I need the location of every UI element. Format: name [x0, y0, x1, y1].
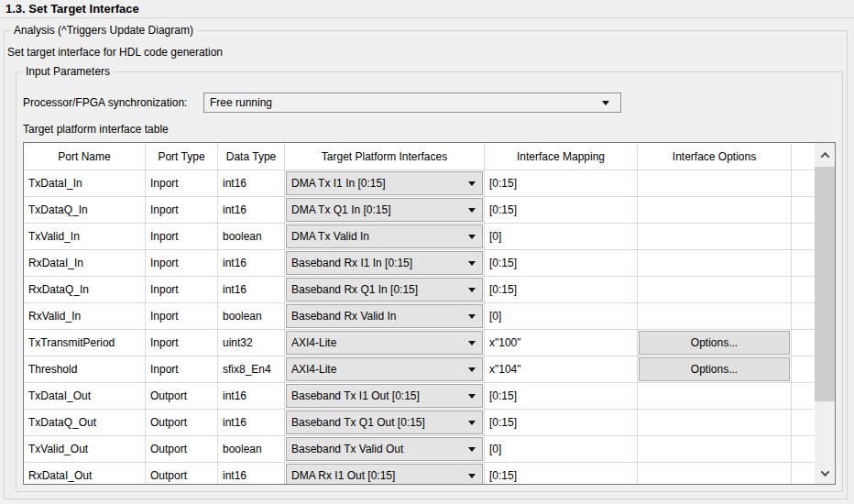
col-header-port-name: Port Name	[24, 143, 146, 170]
data-type-cell: int16	[218, 170, 285, 197]
target-interface-cell: Baseband Tx Valid Out	[285, 436, 485, 463]
task-description: Set target interface for HDL code genera…	[7, 46, 223, 59]
analysis-groupbox: Analysis (^Triggers Update Diagram) Set …	[4, 30, 848, 499]
port-type-cell: Inport	[146, 277, 218, 303]
target-interface-dropdown[interactable]: Baseband Rx Q1 In [0:15]	[286, 278, 483, 301]
header-filler	[792, 143, 815, 170]
dropdown-selected-value: DMA Tx Valid In	[291, 230, 468, 243]
target-interface-dropdown[interactable]: Baseband Rx Valid In	[286, 304, 483, 328]
data-type-cell: uint32	[218, 330, 285, 356]
target-interface-cell: AXI4-Lite	[285, 356, 485, 383]
data-type-cell: boolean	[218, 224, 285, 250]
row-filler	[792, 356, 815, 383]
interface-options-cell	[638, 463, 792, 484]
target-interface-dropdown[interactable]: AXI4-Lite	[286, 357, 483, 381]
target-interface-dropdown[interactable]: Baseband Tx Valid Out	[286, 437, 483, 461]
interface-mapping-cell: [0]	[485, 303, 638, 330]
port-type-cell: Inport	[146, 170, 218, 197]
table-row: RxDataQ_In Inport int16 Baseband Rx Q1 I…	[24, 277, 815, 303]
port-name-cell: TxDataI_In	[24, 170, 146, 197]
interface-options-cell	[638, 410, 792, 436]
dropdown-selected-value: Baseband Tx I1 Out [0:15]	[291, 389, 468, 402]
interface-mapping-cell: [0:15]	[485, 463, 638, 484]
options-button[interactable]: Options...	[639, 331, 790, 355]
row-filler	[792, 277, 815, 303]
port-name-cell: TxDataQ_Out	[24, 410, 146, 436]
row-filler	[792, 303, 815, 330]
options-button[interactable]: Options...	[639, 357, 790, 381]
data-type-cell: int16	[218, 463, 285, 484]
dropdown-selected-value: Baseband Rx Valid In	[291, 310, 468, 323]
target-interface-dropdown[interactable]: AXI4-Lite	[286, 331, 483, 355]
processor-fpga-sync-dropdown[interactable]: Free running	[203, 93, 621, 113]
interface-options-cell	[638, 277, 792, 303]
dropdown-selected-value: Baseband Rx Q1 In [0:15]	[291, 283, 468, 296]
scroll-down-icon	[820, 467, 829, 477]
row-filler	[792, 170, 815, 197]
target-interface-dropdown[interactable]: DMA Tx I1 In [0:15]	[286, 171, 483, 195]
dropdown-selected-value: DMA Tx Q1 In [0:15]	[291, 203, 468, 216]
interface-options-cell: Options...	[638, 356, 792, 383]
chevron-down-icon	[468, 367, 476, 372]
analysis-groupbox-legend: Analysis (^Triggers Update Diagram)	[10, 24, 197, 37]
dropdown-selected-value: Baseband Tx Valid Out	[291, 443, 468, 455]
col-header-data-type: Data Type	[218, 143, 285, 170]
target-interface-dropdown[interactable]: DMA Rx I1 Out [0:15]	[286, 464, 483, 484]
target-interface-cell: Baseband Rx I1 In [0:15]	[285, 250, 485, 277]
title-separator	[0, 17, 854, 18]
row-filler	[792, 250, 815, 277]
table-vertical-scrollbar[interactable]	[815, 143, 835, 484]
port-name-cell: TxDataQ_In	[24, 197, 146, 224]
interface-options-cell: Options...	[638, 330, 792, 356]
dropdown-selected-value: AXI4-Lite	[291, 363, 468, 376]
interface-mapping-cell: [0:15]	[485, 383, 638, 410]
dropdown-selected-value: DMA Rx I1 Out [0:15]	[291, 469, 468, 482]
table-row: RxDataI_Out Outport int16 DMA Rx I1 Out …	[24, 463, 815, 484]
chevron-down-icon	[468, 421, 476, 425]
interface-mapping-cell: x"104"	[485, 356, 638, 383]
scroll-down-button[interactable]	[815, 462, 835, 484]
dropdown-selected-value: Baseband Tx Q1 Out [0:15]	[291, 416, 468, 429]
row-filler	[792, 224, 815, 250]
interface-mapping-cell: [0:15]	[485, 410, 638, 436]
target-interface-dropdown[interactable]: Baseband Rx I1 In [0:15]	[286, 251, 483, 275]
chevron-down-icon	[468, 235, 476, 239]
interface-mapping-cell: [0:15]	[485, 250, 638, 277]
data-type-cell: int16	[218, 197, 285, 224]
data-type-cell: boolean	[218, 436, 285, 463]
port-name-cell: TxValid_Out	[24, 436, 146, 463]
port-type-cell: Outport	[146, 436, 218, 463]
row-filler	[792, 436, 815, 463]
target-interface-dropdown[interactable]: DMA Tx Valid In	[286, 225, 483, 248]
row-filler	[792, 197, 815, 224]
set-target-interface-panel: 1.3. Set Target Interface Analysis (^Tri…	[0, 0, 854, 504]
row-filler	[792, 330, 815, 356]
target-interface-cell: DMA Tx Valid In	[285, 224, 485, 250]
target-interface-dropdown[interactable]: Baseband Tx Q1 Out [0:15]	[286, 411, 483, 434]
interface-options-cell	[638, 170, 792, 197]
dropdown-selected-value: Baseband Rx I1 In [0:15]	[291, 257, 468, 269]
interface-mapping-cell: [0]	[485, 436, 638, 463]
target-interface-dropdown[interactable]: Baseband Tx I1 Out [0:15]	[286, 384, 483, 408]
table-row: TxDataQ_In Inport int16 DMA Tx Q1 In [0:…	[24, 197, 815, 224]
port-name-cell: RxDataI_Out	[24, 463, 146, 484]
data-type-cell: int16	[218, 277, 285, 303]
target-interface-cell: DMA Rx I1 Out [0:15]	[285, 463, 485, 484]
chevron-down-icon	[602, 101, 609, 105]
interface-options-cell	[638, 436, 792, 463]
chevron-down-icon	[468, 261, 476, 266]
dropdown-selected-value: Free running	[210, 96, 602, 109]
port-type-cell: Outport	[146, 383, 218, 410]
interface-mapping-cell: [0:15]	[485, 170, 638, 197]
port-type-cell: Outport	[146, 463, 218, 484]
table-row: TxDataI_Out Outport int16 Baseband Tx I1…	[24, 383, 815, 410]
scrollbar-thumb[interactable]	[815, 167, 835, 401]
target-interface-dropdown[interactable]: DMA Tx Q1 In [0:15]	[286, 198, 483, 222]
scrollbar-track[interactable]	[815, 401, 835, 462]
interface-mapping-cell: x"100"	[485, 330, 638, 356]
input-parameters-groupbox: Input Parameters Processor/FPGA synchron…	[16, 71, 843, 492]
chevron-down-icon	[468, 208, 476, 213]
interface-options-cell	[638, 197, 792, 224]
scroll-up-button[interactable]	[815, 143, 835, 167]
table-row: TxDataI_In Inport int16 DMA Tx I1 In [0:…	[24, 170, 815, 197]
